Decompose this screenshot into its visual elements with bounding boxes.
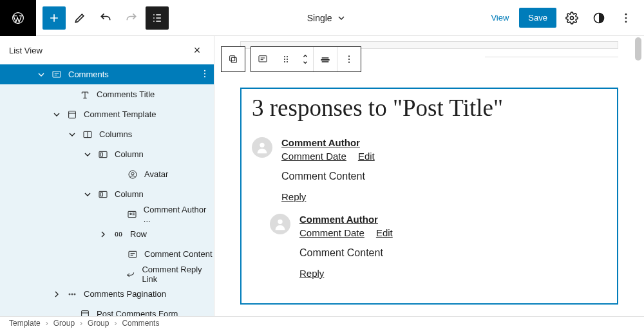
tree-item-column[interactable]: Column [0, 184, 214, 204]
svg-rect-19 [129, 251, 137, 257]
comment-content: Comment Content [299, 247, 607, 259]
tree-item-label: Columns [99, 129, 132, 139]
svg-point-21 [71, 294, 73, 295]
styles-button[interactable] [587, 6, 611, 30]
settings-button[interactable] [560, 6, 583, 30]
comments-block[interactable]: 3 responses to "Post Title" Comment Auth… [240, 88, 618, 305]
editor-canvas[interactable]: 3 responses to "Post Title" Comment Auth… [214, 36, 644, 316]
breadcrumb-item[interactable]: Group [53, 319, 75, 328]
svg-point-20 [69, 294, 70, 295]
svg-point-22 [74, 294, 75, 295]
chevron-down-icon[interactable] [80, 187, 95, 202]
document-switcher[interactable]: Single [169, 13, 484, 23]
svg-point-36 [260, 143, 264, 147]
comment-reply-link[interactable]: Reply [299, 268, 324, 279]
list-view-toggle[interactable] [146, 6, 169, 30]
wp-logo-button[interactable] [0, 0, 36, 36]
column-icon [95, 187, 111, 202]
comment-author-link[interactable]: Comment Author [299, 214, 378, 225]
view-button[interactable]: View [484, 8, 515, 28]
tree-item-avatar[interactable]: Avatar [0, 164, 214, 184]
svg-point-29 [284, 59, 285, 60]
tree-item-post-comments-form[interactable]: Post Comments Form [0, 304, 214, 316]
tree-item-comment-reply-link[interactable]: Comment Reply Link [0, 264, 214, 284]
tree-item-comments[interactable]: Comments [0, 64, 214, 84]
chevron-down-icon[interactable] [64, 127, 80, 142]
canvas-scrollbar[interactable] [634, 37, 643, 315]
svg-point-4 [625, 21, 627, 23]
comment-body: Comment Author Comment Date Edit Comment… [281, 137, 607, 202]
template-icon [64, 107, 80, 122]
svg-rect-17 [128, 211, 136, 217]
avatar-icon [270, 214, 290, 234]
comment-date-link[interactable]: Comment Date [281, 151, 346, 162]
more-options-button[interactable] [614, 6, 638, 30]
chevron-down-icon[interactable] [80, 147, 95, 162]
tree-item-row[interactable]: Row [0, 224, 214, 244]
title-icon [77, 87, 93, 102]
chevron-down-icon[interactable] [49, 107, 64, 122]
divider [485, 57, 618, 57]
move-buttons[interactable] [298, 47, 313, 71]
tree-item-label: Avatar [144, 169, 168, 179]
comment-author-link[interactable]: Comment Author [281, 137, 360, 148]
chevron-none-icon [62, 306, 77, 317]
svg-rect-24 [230, 56, 235, 61]
tree-item-label: Post Comments Form [97, 309, 178, 316]
comment-date-link[interactable]: Comment Date [299, 227, 365, 238]
svg-rect-26 [259, 56, 267, 62]
chevron-none-icon [62, 87, 77, 102]
chevron-down-icon[interactable] [33, 67, 49, 82]
save-button[interactable]: Save [519, 8, 556, 28]
block-more-button[interactable] [337, 47, 361, 71]
undo-button[interactable] [94, 6, 117, 30]
tree-item-label: Comments Title [97, 89, 155, 99]
chevron-right-icon: › [46, 319, 48, 328]
tree-item-label: Comments Pagination [84, 289, 166, 299]
tree-item-label: Comment Reply Link [142, 265, 214, 284]
comment-body: Comment Author Comment Date Edit Comment… [299, 214, 607, 279]
list-view-header: List View × [0, 36, 214, 64]
block-breadcrumb: Template›Group›Group›Comments [0, 316, 644, 329]
tree-item-column[interactable]: Column [0, 144, 214, 164]
chevron-right-icon[interactable] [49, 287, 64, 302]
svg-point-28 [287, 56, 288, 57]
tree-item-comments-title[interactable]: Comments Title [0, 84, 214, 104]
drag-handle[interactable] [274, 47, 298, 71]
breadcrumb-item[interactable]: Group [88, 319, 109, 328]
author-icon [124, 207, 139, 222]
list-view-panel: List View × Comments Comments Title Comm… [0, 36, 214, 316]
svg-point-30 [287, 59, 288, 60]
tree-item-label: Column [115, 189, 144, 199]
parent-block-button[interactable] [221, 46, 245, 72]
comment-edit-link[interactable]: Edit [376, 227, 393, 238]
breadcrumb-item[interactable]: Comments [122, 319, 159, 328]
chevron-right-icon[interactable] [95, 227, 111, 242]
breadcrumb-item[interactable]: Template [9, 319, 41, 328]
tree-item-label: Comment Content [144, 249, 213, 259]
tree-item-comment-author-[interactable]: Comment Author ... [0, 204, 214, 224]
tree-item-label: Comment Author ... [144, 205, 214, 224]
comment: Comment Author Comment Date Edit Comment… [270, 214, 607, 279]
svg-point-1 [571, 16, 574, 19]
align-button[interactable] [314, 47, 337, 71]
svg-point-6 [204, 70, 205, 71]
tree-item-comment-content[interactable]: Comment Content [0, 244, 214, 264]
tree-item-columns[interactable]: Columns [0, 124, 214, 144]
reply-icon [124, 267, 138, 282]
tree-item-more-button[interactable] [200, 68, 210, 80]
comment-reply-link[interactable]: Reply [281, 191, 306, 202]
tree-item-label: Row [130, 229, 147, 239]
comments-title[interactable]: 3 responses to "Post Title" [252, 94, 607, 122]
block-type-button[interactable] [251, 47, 274, 71]
redo-button[interactable] [120, 6, 143, 30]
add-block-button[interactable] [43, 6, 66, 30]
edit-button[interactable] [68, 6, 91, 30]
close-list-view-button[interactable]: × [189, 42, 205, 58]
comment-edit-link[interactable]: Edit [358, 151, 375, 162]
toolbar-right: View Save [484, 6, 644, 30]
tree-item-comment-template[interactable]: Comment Template [0, 104, 214, 124]
top-toolbar: Single View Save [0, 0, 644, 36]
main-area: List View × Comments Comments Title Comm… [0, 36, 644, 316]
tree-item-comments-pagination[interactable]: Comments Pagination [0, 284, 214, 304]
